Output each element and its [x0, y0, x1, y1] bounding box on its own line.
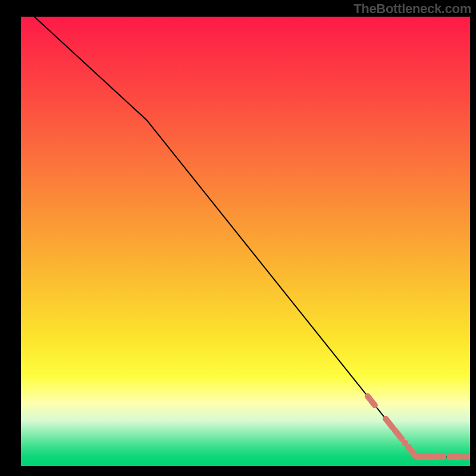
- chart-frame: TheBottleneck.com: [0, 0, 476, 476]
- data-dot: [440, 453, 446, 460]
- plot-area: [21, 17, 470, 466]
- watermark-text: TheBottleneck.com: [353, 1, 471, 17]
- chart-svg: [21, 17, 470, 466]
- gradient-background: [21, 17, 470, 466]
